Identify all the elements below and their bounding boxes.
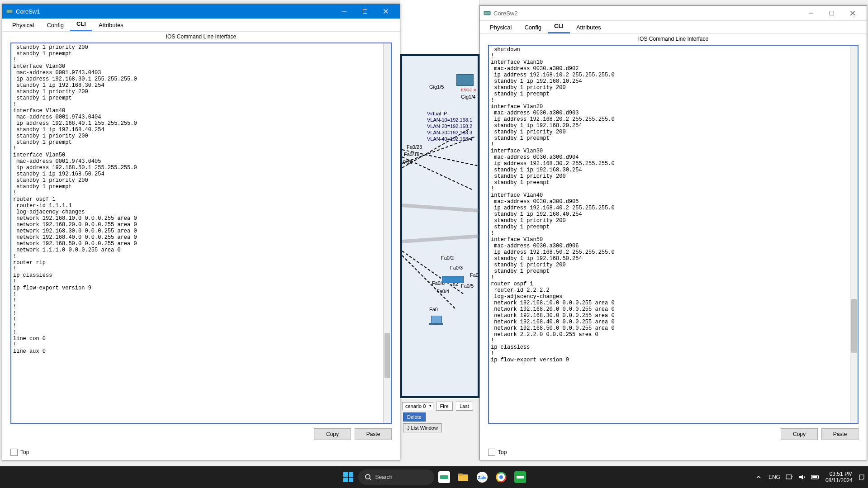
delete-button[interactable]: Delete: [403, 412, 426, 422]
cli-output[interactable]: standby 1 priority 200 standby 1 preempt…: [11, 43, 383, 423]
device-pc-base: [429, 323, 443, 325]
tab-attributes[interactable]: Attributes: [92, 19, 130, 31]
svg-rect-0: [6, 9, 13, 13]
svg-rect-14: [343, 478, 348, 482]
tab-config[interactable]: Config: [518, 21, 548, 33]
cli-header: IOS Command Line Interface: [480, 34, 867, 44]
device-label: ESGC V: [461, 88, 476, 92]
copy-button[interactable]: Copy: [781, 428, 818, 440]
port-fa02: Fa0/2: [441, 255, 454, 261]
svg-rect-3: [363, 9, 367, 14]
tab-physical[interactable]: Physical: [484, 21, 518, 33]
taskbar-app-explorer[interactable]: [454, 468, 472, 486]
top-checkbox[interactable]: [10, 449, 18, 456]
svg-point-7: [485, 13, 486, 14]
taskbar-app-chrome[interactable]: [492, 468, 510, 486]
device-switch[interactable]: [442, 276, 464, 283]
scrollbar-thumb[interactable]: [384, 333, 390, 378]
taskbar-app-zalo[interactable]: Zalo: [473, 468, 491, 486]
tray-chevron-icon[interactable]: [754, 468, 763, 486]
svg-point-1: [8, 11, 9, 12]
link-line: [402, 204, 479, 213]
link-line: [402, 234, 479, 243]
window-coresw1: CoreSw1 Physical Config CLI Attributes I…: [2, 4, 400, 460]
packet-tracer-background: ESGC V Gig1/5 Gig1/4 Virtual IP VLAN-10=…: [400, 0, 480, 457]
cli-output[interactable]: shutdown ! interface Vlan10 mac-address …: [489, 46, 850, 423]
svg-point-16: [365, 474, 370, 479]
top-checkbox[interactable]: [488, 449, 495, 456]
search-icon: [365, 474, 372, 481]
paste-button[interactable]: Paste: [355, 428, 392, 440]
device-router[interactable]: [456, 74, 474, 86]
start-button[interactable]: [339, 468, 357, 486]
svg-point-28: [499, 475, 503, 479]
svg-marker-33: [799, 475, 803, 479]
window-title: CoreSw1: [16, 8, 334, 15]
svg-rect-12: [343, 472, 348, 477]
scrollbar-thumb[interactable]: [851, 299, 857, 353]
window-title: CoreSw2: [493, 10, 801, 17]
svg-rect-31: [786, 475, 792, 479]
taskbar-app-pt-running[interactable]: [511, 468, 529, 486]
list-window-button[interactable]: J List Window: [403, 423, 442, 432]
minimize-button[interactable]: [334, 4, 355, 19]
svg-rect-6: [484, 11, 490, 15]
taskbar: Search Zalo ENG: [0, 466, 868, 488]
search-placeholder: Search: [375, 474, 393, 480]
link-line: [402, 149, 478, 166]
taskbar-search[interactable]: Search: [358, 468, 434, 486]
taskbar-app-pt[interactable]: [435, 468, 453, 486]
system-tray: ENG 03:51 PM 08/11/2024: [754, 468, 865, 486]
copy-button[interactable]: Copy: [314, 428, 351, 440]
virtual-ip-line1: VLAN-10=192.168.1: [427, 117, 472, 123]
maximize-button[interactable]: [821, 6, 842, 20]
svg-rect-13: [349, 472, 353, 477]
cli-area: standby 1 priority 200 standby 1 preempt…: [10, 43, 392, 424]
close-button[interactable]: [842, 6, 863, 20]
svg-rect-15: [349, 478, 353, 482]
last-button[interactable]: Last: [456, 402, 473, 411]
window-coresw2: CoreSw2 Physical Config CLI Attributes I…: [479, 5, 867, 460]
port-fa05: Fa0/5: [461, 283, 474, 289]
tray-time: 03:51 PM: [825, 471, 853, 477]
svg-rect-35: [818, 476, 819, 478]
maximize-button[interactable]: [355, 4, 375, 19]
svg-rect-21: [458, 474, 463, 476]
tray-language[interactable]: ENG: [768, 474, 780, 480]
tab-physical[interactable]: Physical: [6, 19, 40, 31]
tabs: Physical Config CLI Attributes: [2, 19, 400, 32]
port-gig14: Gig1/4: [461, 94, 475, 99]
svg-rect-19: [440, 475, 448, 479]
fire-button[interactable]: Fire: [436, 402, 453, 411]
scenario-select[interactable]: cenario 0: [402, 402, 433, 410]
cli-scrollbar[interactable]: [383, 43, 391, 423]
minimize-button[interactable]: [801, 6, 821, 20]
tray-clock[interactable]: 03:51 PM 08/11/2024: [825, 471, 853, 483]
close-button[interactable]: [375, 4, 396, 19]
app-icon: [484, 9, 491, 17]
tray-notifications-icon[interactable]: [858, 474, 865, 481]
port-fa0r: Fa0: [470, 272, 479, 278]
cli-area: shutdown ! interface Vlan10 mac-address …: [488, 45, 859, 424]
tray-volume-icon[interactable]: [798, 474, 806, 480]
svg-rect-9: [830, 11, 834, 15]
tray-date: 08/11/2024: [825, 477, 853, 483]
cli-header: IOS Command Line Interface: [2, 32, 400, 42]
titlebar[interactable]: CoreSw1: [2, 4, 400, 19]
paste-button[interactable]: Paste: [821, 428, 859, 440]
tab-config[interactable]: Config: [40, 19, 70, 31]
tab-cli[interactable]: CLI: [70, 18, 92, 31]
port-gig15: Gig1/5: [429, 84, 444, 90]
topology-canvas[interactable]: ESGC V Gig1/5 Gig1/4 Virtual IP VLAN-10=…: [402, 56, 478, 396]
titlebar[interactable]: CoreSw2: [480, 6, 867, 21]
tab-attributes[interactable]: Attributes: [570, 21, 607, 33]
pt-bottom-bar: cenario 0 Fire Last Delete J List Window: [400, 399, 479, 457]
virtual-ip-line2: VLAN-20=192.168.2: [427, 123, 472, 129]
tray-network-icon[interactable]: [786, 474, 793, 480]
tray-battery-icon[interactable]: [811, 474, 820, 480]
tab-cli[interactable]: CLI: [548, 20, 570, 33]
cli-scrollbar[interactable]: [850, 46, 858, 423]
app-icon: [6, 8, 13, 15]
port-fa0: Fa0: [429, 307, 438, 312]
svg-rect-30: [517, 476, 524, 479]
